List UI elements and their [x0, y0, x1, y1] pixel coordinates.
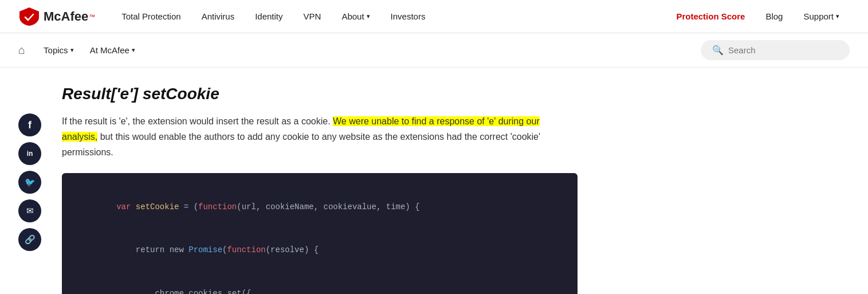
linkedin-button[interactable]: in	[18, 142, 41, 165]
nav-antivirus[interactable]: Antivirus	[191, 0, 245, 33]
article: Result['e'] setCookie If the result is '…	[62, 85, 784, 294]
topics-chevron: ▾	[70, 46, 74, 54]
nav-support[interactable]: Support ▾	[793, 0, 850, 33]
twitter-button[interactable]: 🐦	[18, 171, 41, 194]
email-button[interactable]: ✉	[18, 199, 41, 222]
social-sidebar: f in 🐦 ✉ 🔗	[18, 113, 41, 294]
nav-vpn[interactable]: VPN	[293, 0, 332, 33]
article-body: If the result is 'e', the extension woul…	[62, 113, 578, 160]
nav-about[interactable]: About ▾	[331, 0, 380, 33]
at-mcafee-dropdown[interactable]: At McAfee ▾	[82, 33, 143, 68]
link-button[interactable]: 🔗	[18, 228, 41, 251]
secondary-nav: ⌂ Topics ▾ At McAfee ▾ 🔍	[0, 33, 868, 68]
article-body-before: If the result is 'e', the extension woul…	[62, 116, 333, 126]
topics-dropdown[interactable]: Topics ▾	[36, 33, 82, 68]
code-line-1: var setCookie = (function(url, cookieNam…	[78, 186, 561, 229]
support-chevron: ▾	[836, 13, 839, 20]
home-icon[interactable]: ⌂	[18, 44, 25, 57]
about-chevron: ▾	[367, 13, 370, 20]
nav-total-protection[interactable]: Total Protection	[111, 0, 191, 33]
article-title: Result['e'] setCookie	[62, 85, 784, 103]
at-mcafee-chevron: ▾	[132, 46, 135, 54]
code-line-2: return new Promise(function(resolve) {	[78, 229, 561, 272]
code-var-name: setCookie	[136, 202, 179, 211]
search-input[interactable]	[728, 45, 838, 55]
search-icon: 🔍	[712, 45, 724, 56]
nav-blog[interactable]: Blog	[755, 0, 793, 33]
logo-trademark: ™	[89, 13, 95, 20]
logo-text: McAfee	[44, 9, 88, 24]
nav-investors[interactable]: Investors	[380, 0, 436, 33]
main-nav: McAfee ™ Total Protection Antivirus Iden…	[0, 0, 868, 33]
nav-protection-score[interactable]: Protection Score	[666, 0, 755, 33]
content-wrapper: f in 🐦 ✉ 🔗 Result['e'] setCookie If the …	[0, 68, 802, 294]
code-keyword-var: var	[116, 202, 136, 211]
nav-identity[interactable]: Identity	[245, 0, 293, 33]
facebook-button[interactable]: f	[18, 113, 41, 136]
search-box[interactable]: 🔍	[701, 40, 850, 60]
article-body-after: but this would enable the authors to add…	[62, 132, 540, 157]
nav-right: Protection Score Blog Support ▾	[666, 0, 850, 33]
logo[interactable]: McAfee ™	[18, 7, 95, 26]
code-line-3: chrome.cookies.set({	[78, 272, 561, 294]
nav-links: Total Protection Antivirus Identity VPN …	[111, 0, 666, 33]
code-block: var setCookie = (function(url, cookieNam…	[62, 173, 578, 294]
